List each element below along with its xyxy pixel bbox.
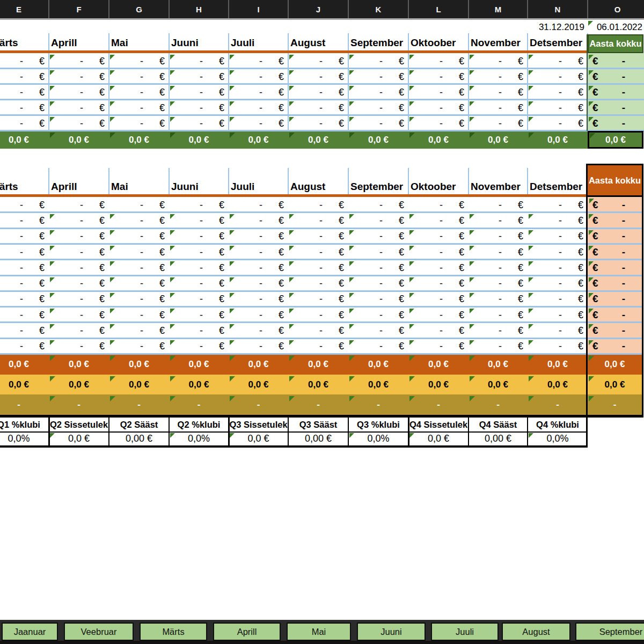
grid-cell[interactable]: -€ — [109, 339, 169, 354]
year-total-cell[interactable]: €- — [588, 339, 643, 354]
grid-cell[interactable]: -€ — [0, 197, 49, 213]
quarter-stat-header[interactable]: Q2 %klubi — [169, 418, 229, 431]
year-total-cell[interactable]: €- — [588, 53, 643, 69]
grid-cell[interactable]: -€ — [348, 244, 408, 260]
grid-cell[interactable]: -€ — [0, 229, 49, 244]
month-header-cell[interactable]: November — [471, 33, 526, 50]
grid-cell[interactable]: -€ — [169, 276, 229, 291]
sheet-tab-juuli[interactable]: Juuli — [431, 623, 499, 641]
quarter-stat-header[interactable]: Q3 %klubi — [348, 418, 408, 431]
grid-cell[interactable]: -€ — [348, 84, 408, 100]
grid-cell[interactable]: -€ — [348, 291, 408, 307]
column-letter-F[interactable]: F — [49, 0, 109, 18]
grid-cell[interactable]: -€ — [288, 213, 348, 228]
grid-cell[interactable]: -€ — [169, 84, 229, 100]
grid-cell[interactable]: -€ — [528, 69, 588, 84]
year-total-cell[interactable]: €- — [588, 69, 643, 84]
grid-cell[interactable]: -€ — [0, 307, 49, 323]
total-cell[interactable]: 0,0 € — [49, 131, 109, 149]
sheet-tab-september[interactable]: September — [575, 623, 644, 641]
month-header-cell[interactable]: September — [350, 33, 407, 50]
quarter-stat-header[interactable]: Q3 Sissetulek — [229, 418, 288, 431]
quarter-stat-value[interactable]: 0,0% — [169, 431, 229, 445]
grid-cell[interactable]: -€ — [109, 69, 169, 84]
year-total-header-table2[interactable]: Aasta kokku — [586, 164, 643, 197]
grid-cell[interactable]: -€ — [109, 115, 169, 131]
grid-cell[interactable]: -€ — [169, 291, 229, 307]
savings-total-row-cell[interactable]: 0,0 € — [408, 375, 469, 394]
year-total-cell[interactable]: €- — [588, 307, 643, 323]
grid-cell[interactable]: -€ — [109, 100, 169, 115]
balance-total-row-cell[interactable]: - — [528, 394, 588, 415]
grid-cell[interactable]: -€ — [348, 197, 408, 213]
quarter-stat-header[interactable]: Q2 Sääst — [109, 418, 169, 431]
grid-cell[interactable]: -€ — [109, 244, 169, 260]
month-header-cell[interactable]: Detsember — [530, 177, 587, 194]
grid-cell[interactable]: -€ — [408, 213, 469, 228]
savings-total-row-cell[interactable]: 0,0 € — [109, 375, 169, 394]
income-total-row-cell[interactable]: 0,0 € — [229, 354, 288, 375]
month-header-cell[interactable]: Detsember — [530, 33, 587, 50]
column-letter-K[interactable]: K — [348, 0, 408, 18]
grid-cell[interactable]: -€ — [109, 260, 169, 275]
column-letter-L[interactable]: L — [408, 0, 469, 18]
grid-cell[interactable]: -€ — [169, 229, 229, 244]
grid-cell[interactable]: -€ — [169, 307, 229, 323]
year-total-cell[interactable]: €- — [588, 260, 643, 275]
grid-cell[interactable]: -€ — [469, 291, 528, 307]
grid-cell[interactable]: -€ — [49, 244, 109, 260]
grid-cell[interactable]: -€ — [229, 229, 288, 244]
grid-cell[interactable]: -€ — [288, 323, 348, 338]
grid-cell[interactable]: -€ — [469, 260, 528, 275]
grid-cell[interactable]: -€ — [288, 100, 348, 115]
grid-cell[interactable]: -€ — [0, 213, 49, 228]
grid-cell[interactable]: -€ — [528, 84, 588, 100]
grid-cell[interactable]: -€ — [528, 244, 588, 260]
income-total-row-cell[interactable]: 0,0 € — [469, 354, 528, 375]
savings-total-row-cell[interactable]: 0,0 € — [288, 375, 348, 394]
grid-cell[interactable]: -€ — [288, 244, 348, 260]
income-total-row-cell[interactable]: 0,0 € — [0, 354, 49, 375]
grid-cell[interactable]: -€ — [469, 100, 528, 115]
grid-cell[interactable]: -€ — [229, 100, 288, 115]
month-header-cell[interactable]: September — [350, 177, 407, 194]
grid-cell[interactable]: -€ — [408, 291, 469, 307]
balance-total-row-cell[interactable]: - — [0, 394, 49, 415]
year-total-cell[interactable]: €- — [588, 213, 643, 228]
grid-cell[interactable]: -€ — [288, 197, 348, 213]
income-total-row-cell[interactable]: 0,0 € — [288, 354, 348, 375]
grid-cell[interactable]: -€ — [229, 244, 288, 260]
grid-cell[interactable]: -€ — [229, 339, 288, 354]
grid-cell[interactable]: -€ — [49, 84, 109, 100]
grid-cell[interactable]: -€ — [528, 100, 588, 115]
year-grand-total-cell[interactable]: 0,0 € — [588, 131, 643, 149]
grid-cell[interactable]: -€ — [528, 339, 588, 354]
quarter-stat-value[interactable]: 0,0 € — [229, 431, 288, 445]
grid-cell[interactable]: -€ — [528, 115, 588, 131]
grid-cell[interactable]: -€ — [348, 323, 408, 338]
grid-cell[interactable]: -€ — [169, 100, 229, 115]
column-letter-G[interactable]: G — [109, 0, 169, 18]
grid-cell[interactable]: -€ — [229, 84, 288, 100]
income-total-row-cell[interactable]: 0,0 € — [169, 354, 229, 375]
grid-cell[interactable]: -€ — [408, 115, 469, 131]
grid-cell[interactable]: -€ — [348, 69, 408, 84]
grid-cell[interactable]: -€ — [0, 244, 49, 260]
grid-cell[interactable]: -€ — [408, 197, 469, 213]
savings-total-row-cell[interactable]: 0,0 € — [49, 375, 109, 394]
cell-date-right[interactable]: 06.01.2022 — [588, 20, 642, 34]
column-letter-H[interactable]: H — [169, 0, 229, 18]
grid-cell[interactable]: -€ — [288, 229, 348, 244]
month-header-cell[interactable]: Juuni — [171, 33, 228, 50]
grid-cell[interactable]: -€ — [49, 197, 109, 213]
grid-cell[interactable]: -€ — [469, 229, 528, 244]
grid-cell[interactable]: -€ — [229, 291, 288, 307]
grid-cell[interactable]: -€ — [469, 197, 528, 213]
month-header-cell[interactable]: Märts — [0, 177, 48, 194]
month-header-cell[interactable]: Aprill — [51, 33, 108, 50]
total-cell[interactable]: 0,0 € — [169, 131, 229, 149]
grid-cell[interactable]: -€ — [109, 213, 169, 228]
income-total-row-year-cell[interactable]: 0,0 € — [588, 354, 642, 375]
grid-cell[interactable]: -€ — [348, 276, 408, 291]
grid-cell[interactable]: -€ — [408, 260, 469, 275]
